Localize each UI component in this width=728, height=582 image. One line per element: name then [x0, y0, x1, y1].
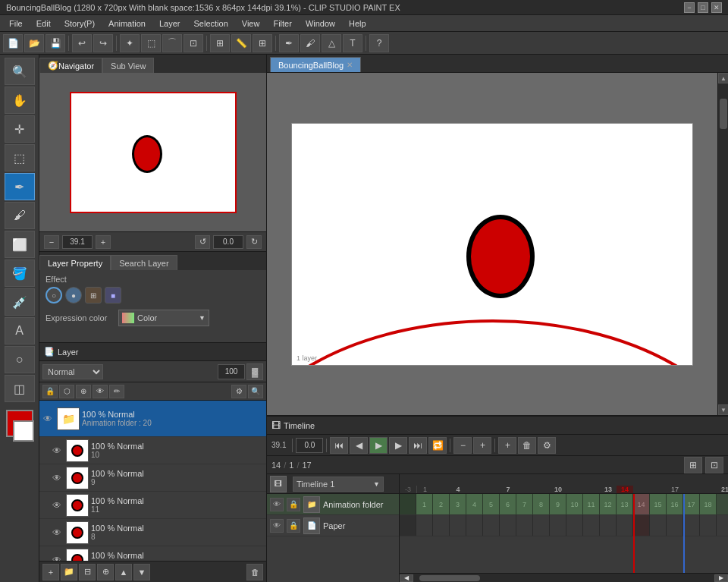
- zoom-fit-button[interactable]: ⊞: [210, 34, 230, 52]
- rotate-cw-btn[interactable]: ↻: [246, 235, 262, 249]
- crop-button[interactable]: ⊡: [184, 34, 203, 52]
- menu-layer[interactable]: Layer: [153, 16, 187, 31]
- effect-none-btn[interactable]: ○: [46, 287, 62, 304]
- layer-settings-btn[interactable]: ⚙: [231, 385, 246, 398]
- fill-tool[interactable]: 🪣: [5, 260, 35, 287]
- menu-story[interactable]: Story(P): [58, 16, 101, 31]
- lasso-button[interactable]: ⌒: [162, 34, 182, 52]
- effect-watercolor-btn[interactable]: ●: [65, 287, 82, 304]
- tl-loop-btn[interactable]: 🔁: [428, 437, 447, 454]
- track-lock-btn-paper[interactable]: 🔒: [287, 519, 300, 533]
- tl-zoom-out-btn[interactable]: −: [453, 437, 472, 454]
- help-button[interactable]: ?: [369, 34, 389, 52]
- layer-item[interactable]: 👁 100 % Normal 11: [39, 492, 266, 519]
- track-vis-btn[interactable]: 👁: [270, 498, 284, 511]
- menu-file[interactable]: File: [3, 16, 29, 31]
- frame-number-input[interactable]: [296, 438, 323, 453]
- background-color[interactable]: [13, 420, 34, 442]
- menu-filter[interactable]: Filter: [267, 16, 297, 31]
- zoom-tool[interactable]: 🔍: [5, 58, 35, 85]
- scroll-down-btn[interactable]: ▼: [718, 404, 728, 415]
- canvas-scrollbar-v[interactable]: ▲ ▼: [717, 73, 728, 415]
- layer-search-btn[interactable]: 🔍: [248, 385, 263, 398]
- redo-button[interactable]: ↪: [93, 34, 113, 52]
- pen-button[interactable]: ✒: [279, 34, 299, 52]
- zoom-out-btn[interactable]: −: [44, 235, 59, 249]
- scroll-thumb[interactable]: [720, 99, 727, 129]
- layer-visibility-btn[interactable]: 👁: [50, 499, 64, 512]
- menu-view[interactable]: View: [236, 16, 266, 31]
- menu-help[interactable]: Help: [343, 16, 372, 31]
- move-up-btn[interactable]: ▲: [115, 564, 132, 580]
- tab-close-btn[interactable]: ✕: [347, 61, 353, 69]
- layer-visibility-btn[interactable]: 👁: [50, 471, 64, 485]
- merge-down-btn[interactable]: ⊕: [97, 564, 114, 580]
- layer-visibility-btn[interactable]: 👁: [50, 553, 64, 562]
- menu-animation[interactable]: Animation: [102, 16, 152, 31]
- select-button[interactable]: ⬚: [141, 34, 161, 52]
- tl-next-frame-btn[interactable]: ▶: [389, 437, 407, 454]
- zoom-input[interactable]: [62, 235, 93, 249]
- eyedropper-tool[interactable]: 💉: [5, 288, 35, 316]
- new-mask-btn[interactable]: ⊟: [79, 564, 96, 580]
- close-button[interactable]: ✕: [711, 2, 722, 13]
- tl-add-frame-btn[interactable]: +: [498, 437, 516, 454]
- navigator-tab[interactable]: 🧭 Navigator: [39, 58, 102, 73]
- rotate-input[interactable]: [213, 235, 243, 249]
- minimize-button[interactable]: −: [684, 2, 695, 13]
- layer-property-tab[interactable]: Layer Property: [39, 255, 111, 270]
- layer-item[interactable]: 👁 100 % Normal 8: [39, 519, 266, 546]
- text-tool[interactable]: A: [5, 317, 35, 344]
- shape-button[interactable]: △: [322, 34, 341, 52]
- eraser-tool[interactable]: ⬜: [5, 231, 35, 258]
- draft-btn[interactable]: ✏: [109, 385, 124, 398]
- layer-item[interactable]: 👁 100 % Normal 9: [39, 464, 266, 492]
- canvas-viewport[interactable]: 1 layer: [267, 73, 717, 415]
- opacity-slider-btn[interactable]: ▓: [246, 363, 263, 380]
- rotate-ccw-btn[interactable]: ↺: [195, 235, 210, 249]
- tl-zoom-in-btn[interactable]: +: [473, 437, 491, 454]
- hand-tool[interactable]: ✋: [5, 87, 35, 114]
- layer-item[interactable]: 👁 100 % Normal 12: [39, 546, 266, 561]
- timeline-scrollbar[interactable]: ◀ ▶: [400, 573, 728, 582]
- move-down-btn[interactable]: ▼: [133, 564, 150, 580]
- timeline-selector[interactable]: Timeline 1 ▼: [293, 477, 384, 492]
- track-vis-btn-paper[interactable]: 👁: [270, 519, 284, 533]
- tl-settings-btn[interactable]: ⚙: [538, 437, 556, 454]
- tl-delete-frame-btn[interactable]: 🗑: [518, 437, 536, 454]
- scroll-right-btn[interactable]: ▶: [714, 574, 728, 582]
- undo-button[interactable]: ↩: [72, 34, 92, 52]
- menu-window[interactable]: Window: [300, 16, 341, 31]
- select-rect-tool[interactable]: ⬚: [5, 144, 35, 171]
- tl-rewind-btn[interactable]: ⏮: [330, 437, 348, 454]
- ruler-button[interactable]: 📏: [231, 34, 251, 52]
- tl-ff-btn[interactable]: ⏭: [409, 437, 427, 454]
- effect-tone-btn[interactable]: ■: [105, 287, 121, 304]
- tl-extra-btn2[interactable]: ⊡: [705, 457, 723, 473]
- reference-btn[interactable]: 👁: [93, 385, 108, 398]
- subview-tab[interactable]: Sub View: [102, 58, 154, 73]
- scroll-left-btn[interactable]: ◀: [400, 574, 413, 582]
- brush-tool[interactable]: 🖌: [5, 202, 35, 229]
- move-tool[interactable]: ✛: [5, 115, 35, 143]
- track-label-animation-folder[interactable]: 👁 🔒 📁 Animation folder: [267, 494, 399, 515]
- menu-edit[interactable]: Edit: [30, 16, 57, 31]
- layer-visibility-btn[interactable]: 👁: [50, 444, 64, 458]
- menu-selection[interactable]: Selection: [188, 16, 234, 31]
- effect-pattern-btn[interactable]: ⊞: [85, 287, 102, 304]
- clipping-btn[interactable]: ⊕: [76, 385, 91, 398]
- layer-visibility-btn[interactable]: 👁: [50, 526, 64, 540]
- track-label-paper[interactable]: 👁 🔒 📄 Paper: [267, 515, 399, 536]
- tl-prev-frame-btn[interactable]: ◀: [350, 437, 368, 454]
- lock-all-btn[interactable]: 🔒: [42, 385, 58, 398]
- timeline-scroll-thumb[interactable]: [419, 575, 480, 581]
- lock-alpha-btn[interactable]: ⬡: [59, 385, 74, 398]
- new-button[interactable]: 📄: [3, 34, 23, 52]
- layer-item[interactable]: 👁 100 % Normal 10: [39, 437, 266, 464]
- text-button[interactable]: T: [343, 34, 362, 52]
- window-controls[interactable]: − □ ✕: [684, 2, 722, 13]
- shape-tool[interactable]: ○: [5, 346, 35, 373]
- new-layer-btn[interactable]: +: [42, 564, 59, 580]
- layer-item[interactable]: 👁 📁 100 % Normal Animation folder : 20: [39, 401, 266, 437]
- search-layer-tab[interactable]: Search Layer: [111, 255, 177, 270]
